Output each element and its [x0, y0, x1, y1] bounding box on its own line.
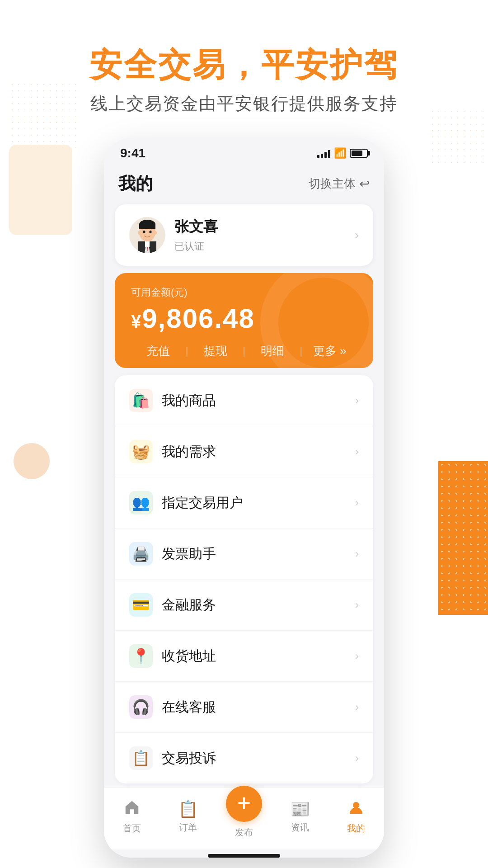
svg-rect-6 — [145, 241, 150, 247]
svg-point-12 — [138, 231, 141, 235]
online-service-icon: 🎧 — [132, 698, 150, 716]
signal-bar-3 — [324, 152, 327, 158]
mine-tab-label: 我的 — [347, 822, 365, 835]
publish-tab-label: 发布 — [235, 826, 253, 839]
menu-item-online-service[interactable]: 🎧 在线客服 › — [115, 682, 373, 733]
signal-bar-4 — [328, 150, 330, 158]
wifi-icon: 📶 — [334, 147, 346, 159]
invoice-helper-icon: 🖨️ — [132, 545, 150, 562]
balance-value: 9,806.48 — [142, 303, 255, 334]
tab-publish[interactable]: + 发布 — [216, 795, 272, 839]
my-needs-icon-wrap: 🧺 — [129, 440, 153, 463]
my-needs-icon: 🧺 — [132, 443, 150, 460]
svg-point-10 — [143, 231, 145, 233]
page-title: 我的 — [118, 172, 153, 195]
balance-action-recharge[interactable]: 充值 — [131, 343, 186, 359]
publish-button[interactable]: + — [226, 786, 262, 822]
tab-mine[interactable]: 我的 — [328, 799, 384, 835]
invoice-helper-label: 发票助手 — [162, 545, 216, 563]
designated-users-chevron-icon: › — [355, 496, 359, 509]
tab-news[interactable]: 📰 资讯 — [272, 800, 328, 834]
orders-tab-label: 订单 — [179, 821, 197, 834]
switch-entity-button[interactable]: 切换主体 ↩ — [309, 176, 370, 192]
publish-plus-icon: + — [237, 791, 251, 815]
balance-actions: 充值 | 提现 | 明细 | 更多 » — [131, 343, 357, 359]
shipping-address-chevron-icon: › — [355, 650, 359, 662]
menu-item-financial-services[interactable]: 💳 金融服务 › — [115, 580, 373, 631]
designated-users-icon: 👥 — [132, 494, 150, 511]
menu-item-left: 💳 金融服务 — [129, 593, 216, 617]
menu-item-trade-complaint[interactable]: 📋 交易投诉 › — [115, 733, 373, 783]
menu-item-designated-users[interactable]: 👥 指定交易用户 › — [115, 477, 373, 528]
balance-label: 可用金额(元) — [131, 286, 357, 299]
profile-badge: 已认证 — [174, 240, 218, 253]
online-service-label: 在线客服 — [162, 698, 216, 717]
status-bar: 9:41 📶 — [104, 138, 384, 165]
menu-item-left: 📋 交易投诉 — [129, 746, 216, 770]
battery-fill — [352, 151, 362, 156]
orders-tab-icon: 📋 — [178, 800, 198, 819]
switch-entity-label: 切换主体 — [309, 176, 356, 192]
switch-icon: ↩ — [359, 176, 370, 191]
phone-frame: 9:41 📶 我的 切换主体 ↩ — [104, 138, 384, 858]
tab-bar: 首页 📋 订单 + 发布 📰 资讯 — [104, 787, 384, 849]
financial-services-icon: 💳 — [132, 596, 150, 613]
mine-tab-icon — [348, 799, 364, 820]
svg-rect-9 — [139, 224, 155, 229]
signal-bar-1 — [317, 155, 319, 158]
nav-header: 我的 切换主体 ↩ — [104, 165, 384, 204]
menu-item-left: 👥 指定交易用户 — [129, 491, 243, 514]
online-service-icon-wrap: 🎧 — [129, 695, 153, 719]
trade-complaint-icon: 📋 — [132, 750, 150, 767]
profile-left: 张文喜 已认证 — [129, 217, 218, 253]
designated-users-label: 指定交易用户 — [162, 494, 243, 512]
financial-services-label: 金融服务 — [162, 596, 216, 614]
trade-complaint-label: 交易投诉 — [162, 749, 216, 768]
status-icons: 📶 — [317, 147, 368, 159]
financial-services-chevron-icon: › — [355, 599, 359, 611]
trade-complaint-chevron-icon: › — [355, 752, 359, 764]
status-time: 9:41 — [120, 146, 145, 160]
news-tab-icon: 📰 — [290, 800, 310, 819]
designated-users-icon-wrap: 👥 — [129, 491, 153, 514]
profile-info: 张文喜 已认证 — [174, 217, 218, 253]
menu-item-left: 🛍️ 我的商品 — [129, 389, 216, 412]
menu-item-left: 📍 收货地址 — [129, 644, 216, 668]
menu-item-left: 🎧 在线客服 — [129, 695, 216, 719]
invoice-helper-chevron-icon: › — [355, 547, 359, 560]
shipping-address-label: 收货地址 — [162, 647, 216, 665]
profile-chevron-icon: › — [355, 228, 359, 242]
avatar — [129, 217, 165, 253]
menu-item-shipping-address[interactable]: 📍 收货地址 › — [115, 631, 373, 682]
menu-item-my-goods[interactable]: 🛍️ 我的商品 › — [115, 375, 373, 426]
balance-action-withdraw[interactable]: 提现 — [188, 343, 243, 359]
main-title: 安全交易，平安护驾 — [0, 45, 488, 84]
my-goods-chevron-icon: › — [355, 394, 359, 407]
profile-name: 张文喜 — [174, 217, 218, 237]
invoice-helper-icon-wrap: 🖨️ — [129, 542, 153, 566]
home-tab-label: 首页 — [123, 822, 141, 835]
battery-icon — [350, 149, 368, 158]
financial-services-icon-wrap: 💳 — [129, 593, 153, 617]
menu-item-invoice-helper[interactable]: 🖨️ 发票助手 › — [115, 528, 373, 580]
shipping-address-icon: 📍 — [132, 647, 150, 665]
balance-action-detail[interactable]: 明细 — [245, 343, 300, 359]
svg-point-14 — [353, 802, 359, 808]
tab-home[interactable]: 首页 — [104, 799, 160, 835]
my-needs-chevron-icon: › — [355, 445, 359, 458]
svg-point-13 — [154, 231, 157, 235]
menu-list: 🛍️ 我的商品 › 🧺 我的需求 › 👥 — [115, 375, 373, 783]
balance-amount: ¥9,806.48 — [131, 303, 357, 334]
my-needs-label: 我的需求 — [162, 443, 216, 461]
sub-title: 线上交易资金由平安银行提供服务支持 — [0, 92, 488, 115]
balance-card: 可用金额(元) ¥9,806.48 充值 | 提现 | 明细 | 更多 » — [115, 273, 373, 368]
online-service-chevron-icon: › — [355, 701, 359, 713]
balance-action-more[interactable]: 更多 » — [302, 343, 357, 359]
shipping-address-icon-wrap: 📍 — [129, 644, 153, 668]
tab-orders[interactable]: 📋 订单 — [160, 800, 216, 834]
hero-section: 安全交易，平安护驾 线上交易资金由平安银行提供服务支持 — [0, 0, 488, 115]
phone-wrapper: 9:41 📶 我的 切换主体 ↩ — [0, 138, 488, 858]
menu-item-my-needs[interactable]: 🧺 我的需求 › — [115, 426, 373, 477]
currency-symbol: ¥ — [131, 311, 142, 331]
profile-card[interactable]: 张文喜 已认证 › — [115, 204, 373, 266]
